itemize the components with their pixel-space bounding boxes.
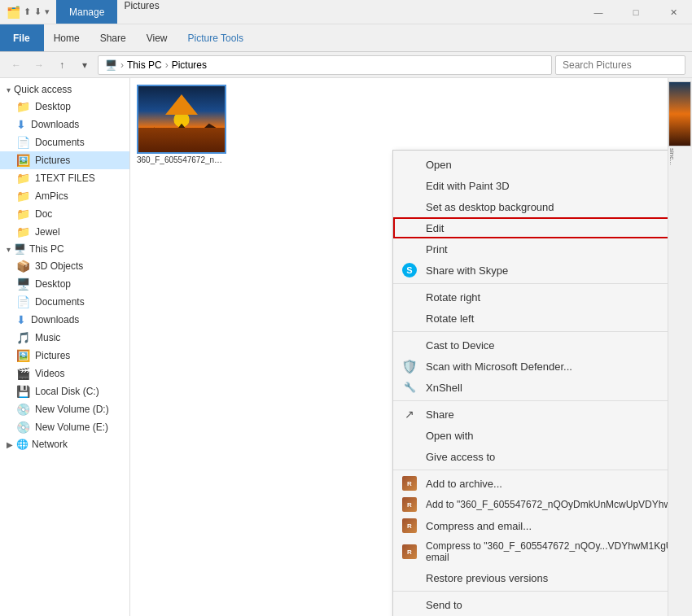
ctx-rotate-right[interactable]: Rotate right: [393, 286, 668, 308]
main-content: ▾ Quick access 📁 Desktop ⬇ Downloads 📄 D…: [0, 78, 692, 616]
sidebar-item-1textfiles-label: 1TEXT FILES: [35, 173, 95, 184]
desktop-icon: 📁: [16, 100, 30, 113]
ctx-separator-1: [393, 283, 668, 284]
view-tab[interactable]: View: [137, 24, 178, 51]
ctx-separator-4: [393, 470, 668, 470]
newvolumed-icon: 💿: [16, 403, 30, 416]
sidebar-item-desktop[interactable]: 📁 Desktop: [0, 98, 129, 116]
sidebar-item-music[interactable]: 🎵 Music: [0, 329, 129, 347]
breadcrumb-sep0: ›: [120, 59, 124, 71]
close-button[interactable]: ✕: [655, 0, 692, 24]
ctx-cast-device-label: Cast to Device: [426, 339, 495, 352]
sidebar-item-pictures-pc-label: Pictures: [35, 350, 70, 361]
right-preview-thumb: [668, 81, 691, 146]
ctx-send-to-label: Send to: [426, 599, 462, 611]
right-preview-label: sinc...: [668, 148, 676, 165]
sidebar-item-jewel[interactable]: 📁 Jewel: [0, 223, 129, 241]
network-label: Network: [32, 439, 68, 450]
ctx-compress-email-label: Compress and email...: [426, 520, 532, 532]
ctx-scan-defender[interactable]: 🛡️ Scan with Microsoft Defender...: [393, 356, 668, 377]
3dobjects-icon: 📦: [16, 260, 30, 273]
sidebar-item-documents-pc[interactable]: 📄 Documents: [0, 293, 129, 311]
ctx-compress-email[interactable]: R Compress and email...: [393, 515, 668, 536]
sidebar-item-newvolumed-label: New Volume (D:): [35, 404, 109, 415]
breadcrumb[interactable]: 🖥️ › This PC › Pictures: [98, 55, 552, 75]
documents-icon: 📄: [16, 136, 30, 149]
downloads-icon: ⬇: [16, 118, 26, 131]
maximize-button[interactable]: □: [617, 0, 655, 24]
share-tab[interactable]: Share: [90, 24, 137, 51]
sidebar-item-pictures-pc[interactable]: 🖼️ Pictures: [0, 347, 129, 365]
sidebar-item-documents[interactable]: 📄 Documents: [0, 133, 129, 151]
nav-bar: ← → ↑ ▾ 🖥️ › This PC › Pictures: [0, 52, 692, 78]
sidebar-item-downloads-pc[interactable]: ⬇ Downloads: [0, 311, 129, 329]
ctx-share-skype[interactable]: S Share with Skype: [393, 260, 668, 281]
sidebar-item-localdisk[interactable]: 💾 Local Disk (C:): [0, 382, 129, 400]
minimize-button[interactable]: —: [580, 0, 617, 24]
ctx-add-rar[interactable]: R Add to "360_F_605547672_nQOyDmkUnMcwUp…: [393, 494, 668, 515]
ctx-edit-label: Edit: [426, 222, 444, 234]
svg-rect-3: [138, 141, 225, 151]
sidebar-item-downloads[interactable]: ⬇ Downloads: [0, 116, 129, 133]
sidebar-item-newvolumee[interactable]: 💿 New Volume (E:): [0, 418, 129, 436]
sidebar-item-desktop-pc[interactable]: 🖥️ Desktop: [0, 275, 129, 293]
ctx-set-desktop-bg[interactable]: Set as desktop background: [393, 196, 668, 217]
ctx-edit-paint3d[interactable]: Edit with Paint 3D: [393, 175, 668, 196]
ctx-restore-versions[interactable]: Restore previous versions: [393, 567, 668, 588]
breadcrumb-pictures[interactable]: Pictures: [172, 59, 207, 71]
pictures-pc-icon: 🖼️: [16, 349, 30, 362]
ctx-rotate-right-label: Rotate right: [426, 291, 480, 304]
breadcrumb-thispc[interactable]: This PC: [127, 59, 162, 71]
doc-icon: 📁: [16, 208, 30, 221]
file-area: 360_F_605547672_nQOyDmkUnMcwUpVDYhwM1KgU…: [130, 78, 668, 616]
forward-button[interactable]: →: [29, 55, 49, 75]
network-header[interactable]: ▶ 🌐 Network: [0, 436, 129, 452]
documents-pc-icon: 📄: [16, 295, 30, 308]
sidebar-item-desktop-pc-label: Desktop: [35, 278, 71, 290]
file-thumbnail[interactable]: 360_F_605547672_nQOyDmkUnMcwUpVDYhwM1KgU…: [137, 85, 226, 164]
back-button[interactable]: ←: [7, 55, 26, 75]
sidebar-item-pictures[interactable]: 🖼️ Pictures: [0, 151, 129, 169]
home-tab[interactable]: Home: [44, 24, 90, 51]
ctx-open-with[interactable]: Open with: [393, 425, 668, 446]
sidebar-item-1textfiles[interactable]: 📁 1TEXT FILES: [0, 169, 129, 187]
this-pc-header[interactable]: ▾ 🖥️ This PC: [0, 241, 129, 257]
ctx-separator-2: [393, 331, 668, 332]
manage-tab[interactable]: Manage: [56, 0, 117, 24]
file-tab[interactable]: File: [0, 24, 44, 51]
ctx-edit[interactable]: Edit: [393, 217, 668, 238]
ctx-cast-device[interactable]: Cast to Device: [393, 334, 668, 356]
picture-tools-tab[interactable]: Picture Tools: [178, 24, 254, 51]
sidebar-item-3dobjects[interactable]: 📦 3D Objects: [0, 257, 129, 275]
ctx-restore-versions-label: Restore previous versions: [426, 572, 548, 584]
sidebar-item-downloads-pc-label: Downloads: [31, 314, 79, 325]
sidebar-item-newvolumed[interactable]: 💿 New Volume (D:): [0, 400, 129, 418]
sidebar-item-ampics[interactable]: 📁 AmPics: [0, 187, 129, 205]
ctx-compress-rar-email[interactable]: R Compress to "360_F_605547672_nQOy...VD…: [393, 536, 668, 567]
context-menu: Open Edit with Paint 3D Set as desktop b…: [392, 150, 668, 616]
ctx-open[interactable]: Open: [393, 154, 668, 175]
ctx-give-access-label: Give access to: [426, 451, 495, 463]
sidebar-item-doc[interactable]: 📁 Doc: [0, 205, 129, 223]
ctx-add-archive[interactable]: R Add to archive...: [393, 473, 668, 494]
up-button[interactable]: ↑: [52, 55, 72, 75]
ctx-rotate-left[interactable]: Rotate left: [393, 308, 668, 329]
ctx-print[interactable]: Print: [393, 238, 668, 260]
ctx-share[interactable]: ↗ Share: [393, 404, 668, 425]
ctx-xnshell[interactable]: 🔧 XnShell: [393, 377, 668, 398]
title-bar-tabs: 🗂️ ⬆ ⬇ ▾ Manage Pictures: [0, 0, 160, 24]
sidebar-item-videos[interactable]: 🎬 Videos: [0, 365, 129, 382]
quick-access-header[interactable]: ▾ Quick access: [0, 81, 129, 98]
search-input[interactable]: [555, 55, 685, 75]
ctx-print-label: Print: [426, 243, 448, 256]
ctx-send-to[interactable]: Send to: [393, 594, 668, 615]
sidebar-item-3dobjects-label: 3D Objects: [35, 260, 83, 272]
recent-locations-button[interactable]: ▾: [75, 55, 94, 75]
ctx-add-archive-label: Add to archive...: [426, 478, 502, 490]
window-title: Pictures: [124, 0, 159, 24]
ctx-set-desktop-bg-label: Set as desktop background: [426, 201, 554, 213]
ctx-compress-rar-email-label: Compress to "360_F_605547672_nQOy...VDYh…: [426, 540, 668, 563]
ctx-open-with-label: Open with: [426, 430, 474, 442]
ctx-give-access[interactable]: Give access to: [393, 446, 668, 467]
compress-email-icon: R: [401, 518, 418, 534]
